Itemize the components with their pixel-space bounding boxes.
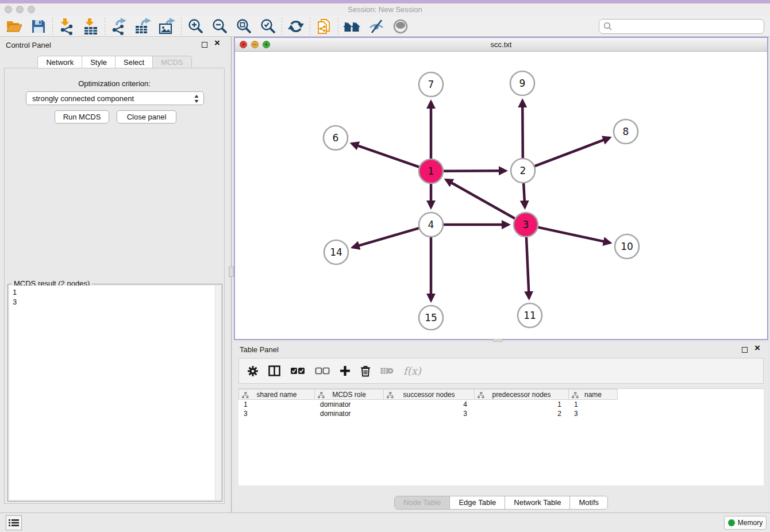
toolbar-separator bbox=[52, 18, 53, 35]
zoom-selected-icon bbox=[259, 18, 276, 35]
network-view-window: × − + scc.txt 7968124314101511 bbox=[234, 37, 768, 340]
network-graph[interactable]: 7968124314101511 bbox=[235, 52, 767, 339]
zoom-selected-button[interactable] bbox=[256, 17, 280, 36]
column-header-successor-nodes[interactable]: successor nodes bbox=[384, 389, 475, 400]
eye-slash-icon bbox=[368, 18, 385, 35]
table-cell[interactable]: 1 bbox=[569, 400, 618, 409]
import-network-button[interactable] bbox=[55, 17, 79, 36]
graph-edge-2-8[interactable] bbox=[535, 138, 610, 167]
export-table-button[interactable] bbox=[131, 17, 155, 36]
toolbar-separator bbox=[338, 18, 338, 35]
mcds-result-group: MCDS result (2 nodes) 1 3 bbox=[7, 284, 222, 502]
column-header-MCDS-role[interactable]: MCDS role bbox=[315, 389, 384, 400]
apply-function-button[interactable]: f(x) bbox=[403, 365, 421, 377]
homes-icon bbox=[342, 19, 362, 34]
optimization-criterion-label: Optimization criterion: bbox=[5, 79, 224, 88]
show-columns-button[interactable] bbox=[268, 365, 280, 376]
float-table-panel-icon[interactable] bbox=[742, 347, 748, 353]
gear-icon bbox=[247, 365, 259, 377]
float-panel-icon[interactable] bbox=[202, 42, 207, 48]
panel-divider-grip[interactable] bbox=[229, 267, 234, 277]
tab-network-table[interactable]: Network Table bbox=[505, 496, 569, 509]
result-scrollbar[interactable] bbox=[215, 286, 221, 500]
add-row-button[interactable] bbox=[340, 365, 351, 376]
memory-status-dot bbox=[728, 519, 735, 526]
table-cell[interactable]: 1 bbox=[475, 400, 569, 409]
column-header-predecessor-nodes[interactable]: predecessor nodes bbox=[475, 389, 569, 400]
table-panel-title: Table Panel bbox=[240, 345, 279, 354]
save-session-button[interactable] bbox=[26, 17, 51, 36]
attribute-icon bbox=[242, 392, 249, 399]
graph-edge-3-1[interactable] bbox=[446, 180, 515, 218]
column-header-name[interactable]: name bbox=[569, 389, 618, 400]
attribute-icon bbox=[478, 392, 484, 399]
table-cell[interactable]: 3 bbox=[238, 409, 315, 418]
export-image-button[interactable] bbox=[155, 17, 179, 36]
import-table-icon bbox=[82, 18, 99, 35]
memory-button[interactable]: Memory bbox=[724, 516, 767, 530]
graph-edge-2-3[interactable] bbox=[523, 183, 525, 207]
table-cell[interactable]: dominator bbox=[315, 400, 384, 409]
table-cell[interactable]: 3 bbox=[569, 409, 618, 418]
graph-node-label: 6 bbox=[333, 132, 339, 144]
network-canvas[interactable]: 7968124314101511 bbox=[235, 52, 767, 339]
criterion-dropdown[interactable]: strongly connected component bbox=[26, 91, 204, 105]
export-network-button[interactable] bbox=[107, 17, 131, 36]
hide-panel-button[interactable] bbox=[364, 17, 388, 36]
run-mcds-button[interactable]: Run MCDS bbox=[55, 110, 109, 124]
mcds-panel: Optimization criterion: strongly connect… bbox=[4, 68, 225, 504]
table-cell[interactable]: 2 bbox=[475, 409, 569, 418]
graph-edge-1-6[interactable] bbox=[352, 144, 419, 167]
close-panel-icon[interactable]: × bbox=[214, 38, 220, 48]
graph-edge-1-2[interactable] bbox=[444, 171, 506, 171]
toolbar-separator bbox=[282, 18, 282, 35]
select-all-button[interactable] bbox=[290, 367, 305, 375]
table-cell[interactable]: 3 bbox=[384, 409, 475, 418]
zoom-out-icon bbox=[211, 18, 228, 35]
import-network-icon bbox=[58, 18, 75, 35]
search-container bbox=[599, 19, 764, 34]
delete-table-button[interactable] bbox=[380, 367, 394, 375]
network-view-title: scc.txt bbox=[235, 40, 767, 49]
main-toolbar bbox=[0, 16, 770, 37]
delete-row-button[interactable] bbox=[360, 365, 371, 377]
deselect-all-button[interactable] bbox=[315, 367, 330, 375]
apply-layout-button[interactable] bbox=[284, 17, 308, 36]
clone-network-button[interactable] bbox=[312, 17, 336, 36]
graph-edge-3-11[interactable] bbox=[526, 237, 529, 298]
table-cell[interactable]: 4 bbox=[384, 400, 475, 409]
zoom-fit-button[interactable] bbox=[232, 17, 256, 36]
zoom-out-button[interactable] bbox=[207, 17, 232, 36]
zoom-in-button[interactable] bbox=[183, 17, 207, 36]
show-networks-home-button[interactable] bbox=[340, 17, 364, 36]
table-row[interactable]: 1dominator411 bbox=[238, 400, 764, 409]
mcds-result-area[interactable]: 1 3 bbox=[9, 286, 221, 500]
trash-icon bbox=[360, 365, 371, 377]
show-panel-button[interactable] bbox=[388, 17, 413, 36]
search-input[interactable] bbox=[599, 19, 764, 34]
open-folder-icon bbox=[6, 20, 22, 33]
column-header-shared-name[interactable]: shared name bbox=[238, 389, 315, 400]
show-task-history-button[interactable] bbox=[6, 515, 22, 530]
import-table-button[interactable] bbox=[79, 17, 103, 36]
tab-node-table[interactable]: Node Table bbox=[395, 496, 450, 509]
network-window-titlebar[interactable]: × − + scc.txt bbox=[235, 38, 767, 52]
close-table-panel-icon[interactable]: × bbox=[754, 343, 760, 353]
table-row[interactable]: 3dominator323 bbox=[238, 409, 764, 418]
table-cell[interactable]: dominator bbox=[315, 409, 384, 418]
table-settings-button[interactable] bbox=[247, 365, 259, 377]
graph-edge-4-14[interactable] bbox=[353, 228, 419, 247]
close-panel-button[interactable]: Close panel bbox=[117, 110, 176, 124]
open-session-button[interactable] bbox=[2, 17, 26, 36]
attribute-icon bbox=[318, 392, 325, 399]
graph-edge-3-10[interactable] bbox=[538, 228, 610, 243]
graph-node-label: 4 bbox=[428, 219, 434, 230]
tab-motifs[interactable]: Motifs bbox=[569, 496, 607, 509]
tab-edge-table[interactable]: Edge Table bbox=[449, 496, 505, 509]
graph-edge-2-9[interactable] bbox=[522, 101, 523, 158]
control-panel: Control Panel × NetworkStyleSelectMCDS O… bbox=[0, 37, 229, 512]
horizontal-divider-grip[interactable] bbox=[493, 339, 502, 342]
table-toolbar: f(x) bbox=[238, 358, 764, 384]
table-cell[interactable]: 1 bbox=[238, 400, 315, 409]
graph-node-label: 2 bbox=[520, 165, 526, 176]
